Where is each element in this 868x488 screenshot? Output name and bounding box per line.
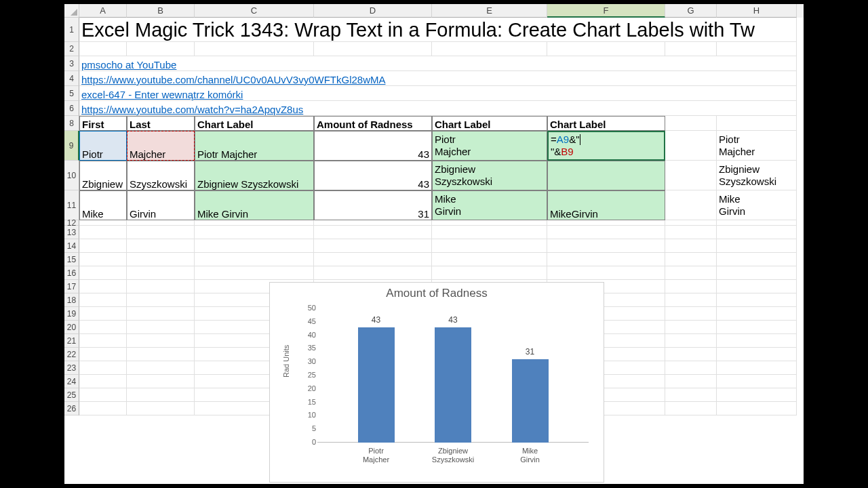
cell-21-G[interactable] — [665, 334, 717, 348]
link-cell-4[interactable]: https://www.youtube.com/channel/UC0v0AUv… — [79, 71, 797, 86]
hyperlink[interactable]: https://www.youtube.com/channel/UC0v0AUv… — [81, 74, 386, 85]
row-header-3[interactable]: 3 — [64, 56, 79, 71]
cell-26-A[interactable] — [79, 402, 127, 415]
cell-14-G[interactable] — [665, 239, 717, 253]
cell-17-H[interactable] — [717, 280, 797, 293]
cell-13-E[interactable] — [432, 226, 547, 239]
cell-last-10[interactable]: Szyszkowski — [127, 161, 195, 190]
cell-chartlabel-10[interactable]: Zbigniew Szyszkowski — [195, 161, 314, 190]
cell-22-A[interactable] — [79, 348, 127, 361]
cell-26-G[interactable] — [665, 402, 717, 415]
row-header-16[interactable]: 16 — [64, 266, 79, 280]
row-header-2[interactable]: 2 — [64, 42, 79, 56]
cell-2-A[interactable] — [79, 42, 127, 56]
row-header-24[interactable]: 24 — [64, 375, 79, 388]
cell-26-H[interactable] — [717, 402, 797, 415]
column-header-G[interactable]: G — [665, 4, 717, 18]
cell-23-H[interactable] — [717, 361, 797, 375]
chart-bar[interactable] — [358, 327, 395, 443]
column-header-E[interactable]: E — [432, 4, 547, 18]
cell-hlabel-11[interactable]: MikeGirvin — [717, 190, 797, 220]
cell-amount-9[interactable]: 43 — [314, 131, 432, 161]
cell-21-H[interactable] — [717, 334, 797, 348]
cell-flabel-11[interactable]: MikeGirvin — [547, 190, 665, 220]
column-header-C[interactable]: C — [195, 4, 314, 18]
row-header-17[interactable]: 17 — [64, 280, 79, 293]
cell-14-A[interactable] — [79, 239, 127, 253]
cell-16-D[interactable] — [314, 266, 432, 280]
cell-12-F[interactable] — [547, 220, 665, 226]
cell-2-C[interactable] — [195, 42, 314, 56]
cell-18-A[interactable] — [79, 293, 127, 307]
cell-26-B[interactable] — [127, 402, 195, 415]
row-header-12[interactable]: 12 — [64, 220, 79, 226]
row-header-11[interactable]: 11 — [64, 190, 79, 220]
cell-flabel-10[interactable] — [547, 161, 665, 190]
row-header-26[interactable]: 26 — [64, 402, 79, 415]
row-header-23[interactable]: 23 — [64, 361, 79, 375]
cell-16-G[interactable] — [665, 266, 717, 280]
chart-bar[interactable] — [512, 359, 549, 443]
cell-16-F[interactable] — [547, 266, 665, 280]
cell-19-A[interactable] — [79, 307, 127, 321]
cell-18-H[interactable] — [717, 293, 797, 307]
cell-22-B[interactable] — [127, 348, 195, 361]
cell-last-11[interactable]: Girvin — [127, 190, 195, 220]
cell-12-E[interactable] — [432, 220, 547, 226]
cell-16-C[interactable] — [195, 266, 314, 280]
cell-14-B[interactable] — [127, 239, 195, 253]
cell-24-H[interactable] — [717, 375, 797, 388]
row-header-9[interactable]: 9 — [64, 131, 79, 161]
cell-25-A[interactable] — [79, 388, 127, 402]
cell-20-H[interactable] — [717, 321, 797, 334]
cell-14-C[interactable] — [195, 239, 314, 253]
cell-first-10[interactable]: Zbigniew — [79, 161, 127, 190]
cell-14-D[interactable] — [314, 239, 432, 253]
cell-formula-edit[interactable]: =A9&""&B9 — [547, 131, 665, 161]
cell-13-C[interactable] — [195, 226, 314, 239]
chart-amount-of-radness[interactable]: Amount of Radness Rad Units 051015202530… — [269, 282, 604, 483]
row-header-20[interactable]: 20 — [64, 321, 79, 334]
header-cell-H[interactable] — [717, 116, 797, 131]
hyperlink[interactable]: pmsocho at YouTube — [81, 59, 176, 70]
column-header-F[interactable]: F — [547, 4, 665, 18]
cell-17-B[interactable] — [127, 280, 195, 293]
header-cell-D[interactable]: Amount of Radness — [314, 116, 432, 131]
header-cell-E[interactable]: Chart Label — [432, 116, 547, 131]
cell-amount-11[interactable]: 31 — [314, 190, 432, 220]
hyperlink[interactable]: https://www.youtube.com/watch?v=ha2ApqvZ… — [81, 104, 303, 115]
cell-hlabel-10[interactable]: ZbigniewSzyszkowski — [717, 161, 797, 190]
cell-12-G[interactable] — [665, 220, 717, 226]
cell-22-G[interactable] — [665, 348, 717, 361]
header-cell-A[interactable]: First — [79, 116, 127, 131]
cell-19-H[interactable] — [717, 307, 797, 321]
row-header-15[interactable]: 15 — [64, 253, 79, 266]
cell-20-B[interactable] — [127, 321, 195, 334]
cell-hlabel-9[interactable]: PiotrMajcher — [717, 131, 797, 161]
cell-16-A[interactable] — [79, 266, 127, 280]
cell-15-D[interactable] — [314, 253, 432, 266]
row-header-8[interactable]: 8 — [64, 116, 79, 131]
select-all-corner[interactable] — [64, 4, 79, 18]
row-header-4[interactable]: 4 — [64, 71, 79, 86]
cell-24-G[interactable] — [665, 375, 717, 388]
row-header-5[interactable]: 5 — [64, 86, 79, 101]
cell-last-9[interactable]: Majcher — [127, 131, 195, 161]
column-header-H[interactable]: H — [717, 4, 797, 18]
cell-13-A[interactable] — [79, 226, 127, 239]
cell-g-11[interactable] — [665, 190, 717, 220]
cell-2-H[interactable] — [717, 42, 797, 56]
cell-15-G[interactable] — [665, 253, 717, 266]
cell-17-G[interactable] — [665, 280, 717, 293]
cell-2-G[interactable] — [665, 42, 717, 56]
cell-elabel-9[interactable]: PiotrMajcher — [432, 131, 547, 161]
cell-g-10[interactable] — [665, 161, 717, 190]
row-header-25[interactable]: 25 — [64, 388, 79, 402]
cell-2-B[interactable] — [127, 42, 195, 56]
cell-25-H[interactable] — [717, 388, 797, 402]
cell-amount-10[interactable]: 43 — [314, 161, 432, 190]
cell-22-H[interactable] — [717, 348, 797, 361]
cell-19-B[interactable] — [127, 307, 195, 321]
cell-13-F[interactable] — [547, 226, 665, 239]
link-cell-3[interactable]: pmsocho at YouTube — [79, 56, 797, 71]
